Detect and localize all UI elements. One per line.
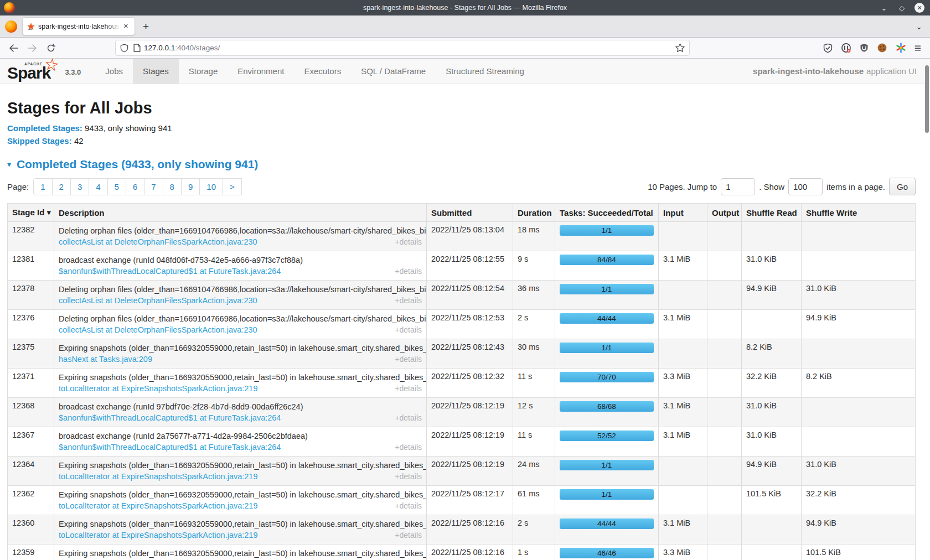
spark-nav-item[interactable]: SQL / DataFrame [351, 59, 436, 84]
tab-close-icon[interactable]: ✕ [122, 22, 130, 31]
details-toggle[interactable]: +details [395, 471, 422, 482]
output-cell [707, 369, 742, 398]
completed-stages-section-toggle[interactable]: ▾ Completed Stages (9433, only showing 9… [7, 158, 916, 171]
page-button[interactable]: 3 [70, 178, 89, 195]
new-tab-button[interactable]: + [143, 21, 149, 32]
description-cell: Deleting orphan files (older_than=166910… [54, 281, 427, 310]
column-header[interactable]: Shuffle Write [802, 204, 916, 222]
go-button[interactable]: Go [889, 178, 916, 195]
spark-nav-item[interactable]: Structured Streaming [436, 59, 534, 84]
extension-ublock-icon[interactable] [860, 43, 869, 53]
stage-detail-link[interactable]: collectAsList at DeleteOrphanFilesSparkA… [59, 295, 257, 306]
firefox-view-icon[interactable] [5, 20, 17, 33]
stage-detail-link[interactable]: $anonfun$withThreadLocalCaptured$1 at Fu… [59, 412, 281, 423]
column-header[interactable]: Shuffle Read [742, 204, 802, 222]
column-header[interactable]: Output [707, 204, 742, 222]
column-header[interactable]: Input [659, 204, 707, 222]
tasks-progress-bar: 46/46 [560, 548, 654, 558]
description-cell: broadcast exchange (runId 048fd06f-d753-… [54, 251, 427, 281]
stage-detail-link[interactable]: toLocalIterator at ExpireSnapshotsSparkA… [59, 530, 258, 541]
spark-nav-item[interactable]: Executors [294, 59, 351, 84]
shuffle-read-cell [742, 545, 802, 560]
column-header[interactable]: Tasks: Succeeded/Total [555, 204, 659, 222]
details-toggle[interactable]: +details [395, 324, 422, 335]
stage-detail-link[interactable]: toLocalIterator at ExpireSnapshotsSparkA… [59, 471, 258, 482]
extension-mask-icon[interactable] [841, 43, 851, 53]
input-cell: 3.3 MiB [659, 369, 707, 398]
column-header[interactable]: Stage Id ▾ [8, 204, 54, 222]
submitted-cell: 2022/11/25 08:12:55 [427, 251, 513, 281]
spark-nav-item[interactable]: Environment [228, 59, 294, 84]
tasks-progress-bar: 1/1 [560, 343, 654, 353]
details-toggle[interactable]: +details [395, 530, 422, 541]
table-row: 12382 Deleting orphan files (older_than=… [8, 222, 916, 251]
column-header[interactable]: Duration [513, 204, 555, 222]
maximize-button[interactable]: ◇ [897, 3, 907, 13]
application-ui-label: spark-ingest-into-lakehouse application … [753, 59, 930, 84]
jump-to-page-input[interactable] [721, 178, 755, 195]
page-button[interactable]: 10 [199, 178, 223, 195]
table-row: 12375 Expiring snapshots (older_than=166… [8, 339, 916, 369]
stage-detail-link[interactable]: toLocalIterator at ExpireSnapshotsSparkA… [59, 383, 258, 394]
details-toggle[interactable]: +details [395, 236, 422, 247]
input-cell: 3.1 MiB [659, 398, 707, 427]
details-toggle[interactable]: +details [395, 442, 422, 453]
input-cell [659, 457, 707, 486]
stage-detail-link[interactable]: collectAsList at DeleteOrphanFilesSparkA… [59, 236, 257, 247]
minimize-button[interactable]: ⌄ [879, 3, 889, 13]
forward-icon[interactable] [24, 40, 40, 56]
page-button[interactable]: 5 [107, 178, 126, 195]
input-cell [659, 222, 707, 251]
output-cell [707, 281, 742, 310]
menu-icon[interactable]: ≡ [914, 42, 921, 54]
page-button[interactable]: 2 [52, 178, 71, 195]
url-bar[interactable]: 127.0.0.1:4040/stages/ [115, 40, 690, 56]
page-info-icon[interactable] [133, 44, 141, 52]
items-per-page-input[interactable] [788, 178, 823, 195]
spark-logo[interactable]: APACHE Spark ☆ 3.3.0 [0, 59, 83, 84]
extension-shield-check-icon[interactable] [823, 43, 833, 53]
duration-cell: 11 s [513, 369, 555, 398]
page-button[interactable]: 1 [33, 178, 52, 195]
url-text[interactable]: 127.0.0.1:4040/stages/ [144, 44, 675, 52]
stage-detail-link[interactable]: $anonfun$withThreadLocalCaptured$1 at Fu… [59, 266, 281, 277]
extension-cookie-icon[interactable] [877, 43, 887, 53]
stage-detail-link[interactable]: hasNext at Tasks.java:209 [59, 354, 152, 365]
column-header[interactable]: Description [54, 204, 427, 222]
page-button[interactable]: 6 [126, 178, 144, 195]
spark-nav-item[interactable]: Jobs [95, 59, 133, 84]
page-button[interactable]: 8 [163, 178, 182, 195]
details-toggle[interactable]: +details [395, 295, 422, 306]
details-toggle[interactable]: +details [395, 412, 422, 423]
column-header[interactable]: Submitted [427, 204, 513, 222]
page-button[interactable]: 9 [181, 178, 200, 195]
details-toggle[interactable]: +details [395, 354, 422, 365]
table-row: 12359 Expiring snapshots (older_than=166… [8, 545, 916, 560]
page-button[interactable]: 4 [89, 178, 107, 195]
stage-detail-link[interactable]: $anonfun$withThreadLocalCaptured$1 at Fu… [59, 442, 281, 453]
stage-detail-link[interactable]: toLocalIterator at ExpireSnapshotsSparkA… [59, 500, 258, 511]
browser-window: spark-ingest-into-lakehouse - Stages for… [0, 0, 930, 560]
page-scrollbar[interactable] [925, 65, 929, 133]
input-cell: 3.1 MiB [659, 251, 707, 281]
spark-nav-item[interactable]: Storage [179, 59, 228, 84]
tracking-shield-icon[interactable] [120, 44, 128, 53]
details-toggle[interactable]: +details [395, 500, 422, 511]
details-toggle[interactable]: +details [395, 383, 422, 394]
shuffle-write-cell [802, 251, 916, 281]
spark-star-icon: ☆ [43, 55, 60, 74]
page-button[interactable]: 7 [144, 178, 163, 195]
list-tabs-chevron-icon[interactable]: ⌄ [916, 22, 922, 31]
close-button[interactable]: ✕ [914, 3, 924, 13]
back-icon[interactable] [6, 40, 21, 56]
stage-detail-link[interactable]: collectAsList at DeleteOrphanFilesSparkA… [59, 324, 257, 335]
bookmark-star-icon[interactable] [675, 43, 685, 53]
page-button[interactable]: > [223, 178, 242, 195]
extension-colorful-asterisk-icon[interactable] [896, 43, 906, 53]
spark-nav-item[interactable]: Stages [133, 59, 179, 84]
details-toggle[interactable]: +details [395, 266, 422, 277]
browser-tab[interactable]: spark-ingest-into-lakehous ✕ [22, 17, 135, 35]
input-cell: 3.3 MiB [659, 545, 707, 560]
reload-icon[interactable] [43, 40, 59, 56]
stage-id-cell: 12371 [8, 369, 54, 398]
